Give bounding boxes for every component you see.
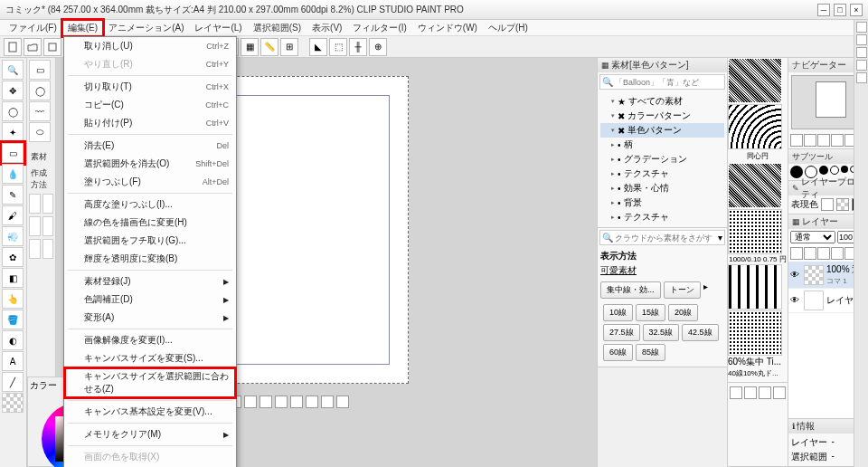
dock-3[interactable]: [856, 47, 867, 58]
tree-item-8[interactable]: ▸•テクスチャ: [600, 210, 724, 224]
tree-item-3[interactable]: ▸•柄: [600, 138, 724, 152]
mat-tool-1[interactable]: [730, 386, 742, 399]
edit-menu-item-18[interactable]: 変形(A)▶: [64, 309, 236, 327]
mat-tool-4[interactable]: [773, 386, 786, 399]
tag-2[interactable]: トーン: [664, 281, 701, 299]
menu-8[interactable]: ヘルプ(H): [483, 20, 533, 36]
canvas-tool-8[interactable]: [290, 396, 303, 408]
mat-tool-2[interactable]: [744, 386, 757, 399]
canvas-tool-11[interactable]: [336, 396, 349, 408]
pattern-lines[interactable]: [728, 264, 782, 310]
color-swap[interactable]: [2, 393, 24, 413]
ly-b4[interactable]: [831, 247, 844, 260]
canvas-tool-7[interactable]: [275, 396, 288, 408]
gradient-tool[interactable]: ◐: [2, 330, 24, 350]
dock-5[interactable]: [856, 72, 867, 83]
edit-menu-item-13[interactable]: 選択範囲をフチ取り(G)...: [64, 232, 236, 250]
brush-4[interactable]: [830, 166, 839, 175]
menu-1[interactable]: 編集(E): [62, 20, 103, 36]
material-search-input[interactable]: [615, 77, 722, 87]
new-icon[interactable]: [4, 38, 22, 56]
sub-opt-6[interactable]: [42, 239, 54, 259]
lp-b1[interactable]: [821, 198, 834, 211]
brush-3[interactable]: [819, 166, 828, 175]
edit-menu-item-12[interactable]: 線の色を描画色に変更(H): [64, 214, 236, 232]
close-button[interactable]: ×: [850, 4, 863, 16]
text-tool[interactable]: A: [2, 351, 24, 371]
ruler-icon[interactable]: 📏: [260, 38, 278, 56]
edit-menu-item-0[interactable]: 取り消し(U)Ctrl+Z: [64, 37, 236, 55]
edit-menu-item-9[interactable]: 塗りつぶし(F)Alt+Del: [64, 173, 236, 191]
pattern-dots2[interactable]: [728, 310, 782, 356]
tree-item-5[interactable]: ▸•テクスチャ: [600, 167, 724, 181]
edit-menu-item-11[interactable]: 高度な塗りつぶし(I)...: [64, 195, 236, 214]
tag-more-icon[interactable]: ▸: [703, 281, 708, 299]
filter-btn-0[interactable]: 10線: [603, 304, 633, 321]
brush-tool[interactable]: 🖌: [2, 205, 24, 225]
tree-item-4[interactable]: ▸•グラデーション: [600, 152, 724, 167]
blend-tool[interactable]: 👆: [2, 289, 24, 309]
sub-opt-3[interactable]: [29, 216, 41, 236]
canvas-tool-6[interactable]: [259, 396, 272, 408]
menu-2[interactable]: アニメーション(A): [103, 20, 189, 36]
pattern-noise2[interactable]: [728, 163, 782, 208]
edit-menu-item-16[interactable]: 素材登録(J)▶: [64, 272, 236, 291]
nav-b1[interactable]: [790, 134, 803, 147]
airbrush-tool[interactable]: 💨: [2, 226, 24, 246]
tool-a-icon[interactable]: ◣: [309, 38, 327, 56]
mat-tool-3[interactable]: [759, 386, 771, 399]
menu-6[interactable]: フィルター(I): [347, 20, 411, 36]
dock-4[interactable]: [856, 60, 867, 71]
filter-btn-2[interactable]: 20線: [668, 304, 698, 321]
visibility-icon[interactable]: 👁: [790, 295, 801, 306]
tree-item-2[interactable]: ▾✖単色パターン: [600, 123, 724, 138]
blend-mode-select[interactable]: 通常: [790, 231, 835, 243]
subtool-2[interactable]: ◯: [29, 81, 51, 100]
filter-btn-4[interactable]: 32.5線: [643, 324, 680, 341]
filter-btn-6[interactable]: 60線: [603, 344, 633, 361]
dock-1[interactable]: [856, 22, 867, 33]
nav-b4[interactable]: [831, 134, 844, 147]
tree-item-1[interactable]: ▾✖カラーパターン: [600, 109, 724, 123]
menu-3[interactable]: レイヤー(L): [189, 20, 247, 36]
pattern-arc[interactable]: [728, 104, 782, 149]
tool-c-icon[interactable]: ╫: [349, 38, 367, 56]
edit-menu-item-8[interactable]: 選択範囲外を消去(O)Shift+Del: [64, 155, 236, 173]
edit-menu-item-3[interactable]: 切り取り(T)Ctrl+X: [64, 78, 236, 96]
dropdown-icon[interactable]: ▾: [718, 233, 722, 243]
tool-b-icon[interactable]: ⬚: [329, 38, 347, 56]
lp-b2[interactable]: [836, 198, 849, 211]
lasso-tool[interactable]: ◯: [2, 101, 24, 121]
edit-menu-item-20[interactable]: 画像解像度を変更(I)...: [64, 331, 236, 349]
nav-b2[interactable]: [804, 134, 816, 147]
move-tool[interactable]: ✥: [2, 81, 24, 100]
sub-opt-4[interactable]: [42, 216, 54, 236]
edit-menu-item-22[interactable]: キャンバスサイズを選択範囲に合わせる(Z): [64, 367, 236, 398]
edit-menu-item-14[interactable]: 輝度を透明度に変換(B): [64, 250, 236, 268]
pen-tool[interactable]: ✎: [2, 185, 24, 205]
edit-menu-item-7[interactable]: 消去(E)Del: [64, 137, 236, 155]
minimize-button[interactable]: ─: [817, 4, 830, 16]
tag-1[interactable]: 集中線・効...: [600, 281, 661, 299]
ly-b1[interactable]: [790, 247, 803, 260]
canvas-tool-5[interactable]: [244, 396, 257, 408]
cloud-search-input[interactable]: [615, 233, 716, 243]
fill-tool[interactable]: 🪣: [2, 310, 24, 329]
ly-b3[interactable]: [817, 247, 830, 260]
canvas-tool-9[interactable]: [306, 396, 318, 408]
tree-item-6[interactable]: ▸•効果・心情: [600, 181, 724, 195]
color-tab[interactable]: カラー: [30, 379, 57, 392]
grid-icon[interactable]: ▦: [241, 38, 259, 56]
menu-5[interactable]: 表示(V): [307, 20, 347, 36]
dock-2[interactable]: [856, 34, 867, 45]
menu-0[interactable]: ファイル(F): [4, 20, 62, 36]
eraser-tool[interactable]: ◧: [2, 268, 24, 288]
menu-7[interactable]: ウィンドウ(W): [412, 20, 483, 36]
snap-icon[interactable]: ⊞: [280, 38, 298, 56]
tree-item-7[interactable]: ▸•背景: [600, 195, 724, 210]
pattern-noise[interactable]: [728, 58, 782, 103]
eyedropper-tool[interactable]: 💧: [2, 164, 24, 184]
filter-btn-1[interactable]: 15線: [636, 304, 665, 321]
save-icon[interactable]: [43, 38, 61, 56]
edit-menu-item-4[interactable]: コピー(C)Ctrl+C: [64, 96, 236, 114]
